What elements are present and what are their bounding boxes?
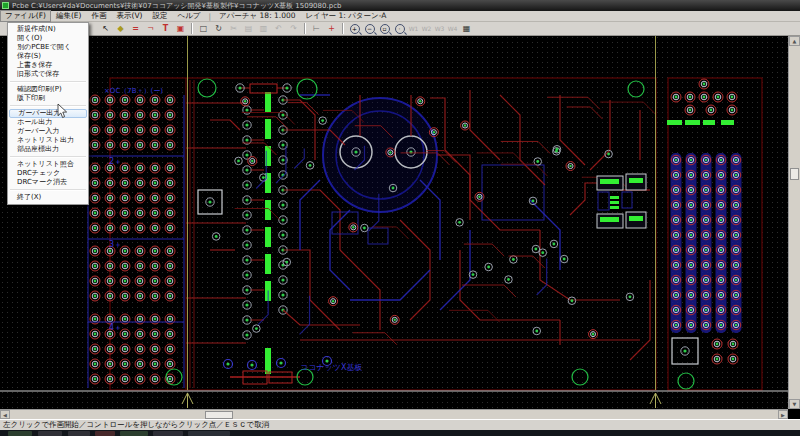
svg-text:×OC（7B＋）(ー): ×OC（7B＋）(ー) xyxy=(104,87,163,95)
scroll-left-button[interactable]: ◀ xyxy=(0,410,10,419)
statusbar: 左クリックで作画開始／コントロールを押しながらクリック点／ＥＳＣで取消 xyxy=(0,419,800,430)
menu-separator xyxy=(10,156,86,158)
bend-line-tool-icon[interactable]: ¬ xyxy=(144,22,158,36)
menubar-item[interactable]: 作画 xyxy=(86,11,111,21)
w2-label[interactable]: W2 xyxy=(420,25,433,32)
menubar-item[interactable]: 表示(V) xyxy=(111,11,147,21)
menu-separator xyxy=(10,81,86,83)
zoom-fit-icon[interactable]: · xyxy=(393,22,407,36)
file-menu-item[interactable]: 旧形式で保存 xyxy=(8,70,88,79)
origin-cross-icon[interactable]: + xyxy=(325,22,339,36)
snap-icon[interactable]: ⊢ xyxy=(310,22,324,36)
menubar: ファイル(F)編集(E)作画表示(V)設定ヘルプ | アパーチャ 18: 1.0… xyxy=(0,11,800,22)
vertical-scroll-thumb[interactable] xyxy=(790,168,799,180)
zoom-out-icon[interactable]: − xyxy=(363,22,377,36)
file-menu-item[interactable]: 部品座標出力 xyxy=(8,145,88,154)
horizontal-scroll-thumb[interactable] xyxy=(205,411,233,419)
line-tool-icon[interactable]: = xyxy=(129,22,143,36)
toolbar-separator xyxy=(342,23,344,34)
scroll-right-button[interactable]: ▶ xyxy=(778,410,788,419)
file-menu-item[interactable]: 保存(S) xyxy=(8,52,88,61)
taskbar-button xyxy=(8,431,32,436)
pcbe-window: { "window": { "title": "Pcbe C:¥Users¥da… xyxy=(0,0,800,436)
text-tool-icon[interactable]: T xyxy=(159,22,173,36)
cut-icon[interactable]: ✂ xyxy=(227,22,241,36)
scroll-up-button[interactable]: ▲ xyxy=(789,36,800,46)
file-menu: 新規作成(N)開く(O)別のPCBEで開く保存(S)上書き保存旧形式で保存確認図… xyxy=(7,22,89,205)
menu-separator xyxy=(10,189,86,191)
file-menu-item[interactable]: 別のPCBEで開く xyxy=(8,43,88,52)
file-menu-item[interactable]: 新規作成(N) xyxy=(8,25,88,34)
taskbar-button xyxy=(120,431,148,436)
file-menu-item[interactable]: ホール出力 xyxy=(8,118,88,127)
taskbar[interactable] xyxy=(0,430,800,436)
w4-label[interactable]: W4 xyxy=(446,25,459,32)
paste-icon[interactable]: ▥ xyxy=(257,22,271,36)
app-icon xyxy=(2,2,9,9)
menubar-item[interactable]: 設定 xyxy=(147,11,172,21)
file-menu-item[interactable]: 上書き保存 xyxy=(8,61,88,70)
pcb-drawing[interactable]: ×OC（7B＋）(ー)2＋3＋4＋ココナッツX基板 xyxy=(0,36,788,409)
w3-label[interactable]: W3 xyxy=(433,25,446,32)
file-menu-item[interactable]: DRCチェック xyxy=(8,169,88,178)
file-menu-item[interactable]: ガーバー入力 xyxy=(8,127,88,136)
taskbar-button xyxy=(188,431,230,436)
file-menu-item[interactable]: 確認図印刷(P) xyxy=(8,85,88,94)
grid-toggle-icon[interactable]: ▦ xyxy=(460,22,474,36)
svg-text:ココナッツX基板: ココナッツX基板 xyxy=(300,363,362,372)
layer-indicator: レイヤー 1: パターン-A xyxy=(301,11,392,21)
titlebar[interactable]: Pcbe C:¥Users¥da¥Documents¥技術¥07ココアッシ開発¥… xyxy=(0,0,800,11)
toolbar-separator xyxy=(304,23,306,34)
pad-tool-icon[interactable]: ◆ xyxy=(114,22,128,36)
window-title: Pcbe C:¥Users¥da¥Documents¥技術¥07ココアッシ開発¥… xyxy=(12,1,341,11)
file-menu-item[interactable]: 終了(X) xyxy=(8,193,88,202)
rotate-icon[interactable]: ↻ xyxy=(212,22,226,36)
svg-text:2＋: 2＋ xyxy=(109,157,122,166)
menubar-item[interactable]: ヘルプ xyxy=(172,11,205,21)
zoom-area-icon[interactable]: ▫ xyxy=(378,22,392,36)
file-menu-item[interactable]: ネットリスト出力 xyxy=(8,136,88,145)
menubar-item[interactable]: 編集(E) xyxy=(51,11,87,21)
taskbar-button xyxy=(68,431,90,436)
copy-icon[interactable]: ▤ xyxy=(242,22,256,36)
menubar-item[interactable]: ファイル(F) xyxy=(0,10,51,22)
fill-tool-icon[interactable]: ▣ xyxy=(174,22,188,36)
cursor-tool-icon[interactable]: ↖ xyxy=(99,22,113,36)
vertical-scrollbar[interactable]: ▲ ▼ xyxy=(788,36,800,409)
status-text: 左クリックで作画開始／コントロールを押しながらクリック点／ＥＳＣで取消 xyxy=(3,420,269,429)
w1-label[interactable]: W1 xyxy=(407,25,420,32)
file-menu-item[interactable]: DRCマーク消去 xyxy=(8,178,88,187)
file-menu-item[interactable]: 版下印刷 xyxy=(8,94,88,103)
select-rect-icon[interactable]: □ xyxy=(197,22,211,36)
scroll-down-button[interactable]: ▼ xyxy=(789,399,800,409)
undo-icon[interactable]: ↶ xyxy=(272,22,286,36)
redo-icon[interactable]: ↷ xyxy=(287,22,301,36)
zoom-in-icon[interactable]: + xyxy=(348,22,362,36)
taskbar-button xyxy=(38,431,62,436)
taskbar-button xyxy=(95,431,115,436)
taskbar-button xyxy=(153,431,183,436)
aperture-indicator: アパーチャ 18: 1.000 xyxy=(214,11,301,21)
toolbar-separator xyxy=(191,23,193,34)
file-menu-item[interactable]: ネットリスト照合 xyxy=(8,160,88,169)
file-menu-item[interactable]: 開く(O) xyxy=(8,34,88,43)
mouse-cursor xyxy=(57,103,69,120)
pcb-canvas[interactable]: ×OC（7B＋）(ー)2＋3＋4＋ココナッツX基板 xyxy=(0,36,788,409)
svg-text:3＋: 3＋ xyxy=(109,240,122,249)
horizontal-scrollbar[interactable]: ◀ ▶ xyxy=(0,409,788,419)
svg-text:4＋: 4＋ xyxy=(109,323,122,332)
menubar-separator: | xyxy=(205,12,214,21)
menu-separator xyxy=(10,105,86,107)
file-menu-item[interactable]: ガーバー出力 xyxy=(9,109,87,118)
toolbar: ↖◆=¬T▣□↻✂▤▥↶↷⊢++−▫·W1W2W3W4▦ xyxy=(0,22,800,36)
